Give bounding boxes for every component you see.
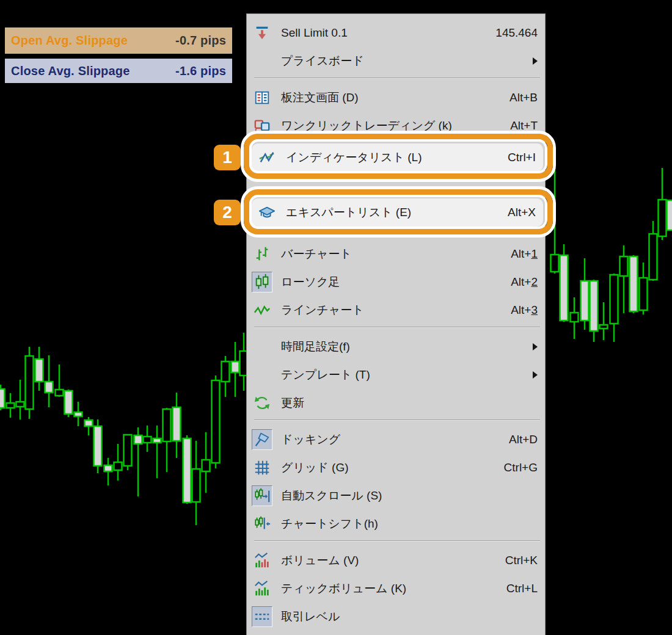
autoscroll-icon xyxy=(252,485,272,506)
menu-item-label: ローソク足 xyxy=(281,274,340,290)
close-slippage-label: Close Avg. Slippage xyxy=(11,64,130,78)
menu-item-label: ワンクリックトレーディング (k) xyxy=(281,118,452,134)
menu-item-label: ボリューム (V) xyxy=(281,553,359,568)
menu-item-label: グリッド (G) xyxy=(281,460,349,476)
menu-item-trade-levels[interactable]: 取引レベル xyxy=(247,603,545,631)
one-click-icon xyxy=(252,115,272,136)
menu-item-refresh[interactable]: 更新 xyxy=(247,389,545,417)
grid-icon xyxy=(252,457,272,478)
menu-item-line-chart[interactable]: ラインチャートAlt+3 xyxy=(247,296,545,324)
menu-item-auto-scroll[interactable]: 自動スクロール (S) xyxy=(247,482,545,510)
menu-item-label: 時間足設定(f) xyxy=(281,339,350,355)
menu-item-shortcut: Ctrl+K xyxy=(505,554,538,567)
submenu-arrow-icon xyxy=(533,57,538,65)
menu-item-price-board[interactable]: プライスボード xyxy=(247,47,545,75)
menu-item-docking[interactable]: ドッキングAlt+D xyxy=(247,426,545,454)
menu-item-grid[interactable]: グリッド (G)Ctrl+G xyxy=(247,454,545,482)
menu-item-label: テンプレート (T) xyxy=(281,367,370,383)
menu-item-label: 板注文画面 (D) xyxy=(281,90,359,106)
expert-list-icon xyxy=(257,202,277,223)
menu-item-label: Sell Limit 0.1 xyxy=(281,26,348,40)
volume-icon xyxy=(252,550,272,571)
menu-item-shortcut: Ctrl+I xyxy=(508,151,536,164)
menu-item-label: インディケータリスト (L) xyxy=(286,150,422,165)
icon-spacer xyxy=(252,365,272,385)
menu-item-label: ドッキング xyxy=(281,432,340,448)
bar-chart-icon xyxy=(252,244,272,264)
open-slippage-value: -0.7 pips xyxy=(175,34,226,48)
menu-item-shortcut: 145.464 xyxy=(495,26,538,40)
indicator-list-icon xyxy=(257,147,277,168)
menu-item-shortcut: Alt+D xyxy=(509,433,538,446)
menu-item-shortcut: Alt+X xyxy=(508,206,536,219)
dom-icon xyxy=(252,87,272,108)
menu-item-label: 取引レベル xyxy=(281,609,340,625)
refresh-icon xyxy=(252,393,272,413)
icon-spacer xyxy=(252,51,272,71)
menu-item-timeframes[interactable]: 時間足設定(f) xyxy=(247,333,545,361)
menu-separator xyxy=(254,327,540,328)
menu-item-label: 自動スクロール (S) xyxy=(281,488,382,504)
chart-window: Open Avg. Slippage -0.7 pips Close Avg. … xyxy=(0,0,672,635)
menu-item-candlestick[interactable]: ローソク足Alt+2 xyxy=(247,268,545,296)
open-slippage-label: Open Avg. Slippage xyxy=(11,34,128,48)
menu-separator xyxy=(254,419,540,421)
menu-item-label: 更新 xyxy=(281,395,304,411)
menu-item-label: チャートシフト(h) xyxy=(281,516,378,532)
menu-item-indicator-list[interactable]: インディケータリスト (L)Ctrl+I xyxy=(252,143,543,172)
menu-item-chart-shift[interactable]: チャートシフト(h) xyxy=(247,510,545,538)
menu-item-dom[interactable]: 板注文画面 (D)Alt+B xyxy=(247,84,545,112)
tick-volume-icon xyxy=(252,578,272,599)
menu-item-shortcut: Alt+2 xyxy=(511,275,538,289)
menu-item-expert-list[interactable]: エキスパートリスト (E)Alt+X xyxy=(252,198,543,227)
menu-item-one-click-trading[interactable]: ワンクリックトレーディング (k)Alt+T xyxy=(247,112,545,140)
submenu-arrow-icon xyxy=(533,343,538,350)
menu-item-sell-limit[interactable]: Sell Limit 0.1145.464 xyxy=(247,19,545,47)
close-slippage-badge: Close Avg. Slippage -1.6 pips xyxy=(5,59,232,83)
menu-separator xyxy=(254,540,540,542)
menu-separator xyxy=(254,234,540,235)
menu-item-volume[interactable]: ボリューム (V)Ctrl+K xyxy=(247,546,545,575)
candlestick-icon xyxy=(252,272,272,292)
chart-context-menu: Sell Limit 0.1145.464プライスボード板注文画面 (D)Alt… xyxy=(246,13,546,635)
menu-item-label: エキスパートリスト (E) xyxy=(286,205,411,220)
menu-item-label: ラインチャート xyxy=(281,302,364,318)
icon-spacer xyxy=(252,336,272,357)
trade-levels-icon xyxy=(252,606,272,627)
close-slippage-value: -1.6 pips xyxy=(175,64,226,78)
line-chart-icon xyxy=(252,300,272,321)
open-slippage-badge: Open Avg. Slippage -0.7 pips xyxy=(5,27,232,54)
menu-item-templates[interactable]: テンプレート (T) xyxy=(247,361,545,389)
menu-item-shortcut: Alt+B xyxy=(509,91,538,104)
menu-item-shortcut: Ctrl+G xyxy=(504,461,538,474)
step-badge-2: 2 xyxy=(214,200,241,225)
menu-item-shortcut: Alt+3 xyxy=(511,303,538,317)
pin-icon xyxy=(252,429,272,450)
chart-shift-icon xyxy=(252,513,272,534)
menu-item-label: プライスボード xyxy=(281,53,364,69)
submenu-arrow-icon xyxy=(533,371,538,379)
menu-separator xyxy=(254,78,540,79)
menu-item-tick-volume[interactable]: ティックボリューム (K)Ctrl+L xyxy=(247,575,545,603)
menu-item-label: ティックボリューム (K) xyxy=(281,581,406,597)
menu-item-shortcut: Ctrl+L xyxy=(506,582,538,595)
menu-item-bar-chart[interactable]: バーチャートAlt+1 xyxy=(247,240,545,268)
step-badge-1: 1 xyxy=(214,145,241,170)
menu-item-shortcut: Alt+1 xyxy=(511,247,538,261)
menu-item-label: バーチャート xyxy=(281,246,352,262)
menu-item-shortcut: Alt+T xyxy=(510,119,538,132)
sell-limit-icon xyxy=(252,23,272,43)
